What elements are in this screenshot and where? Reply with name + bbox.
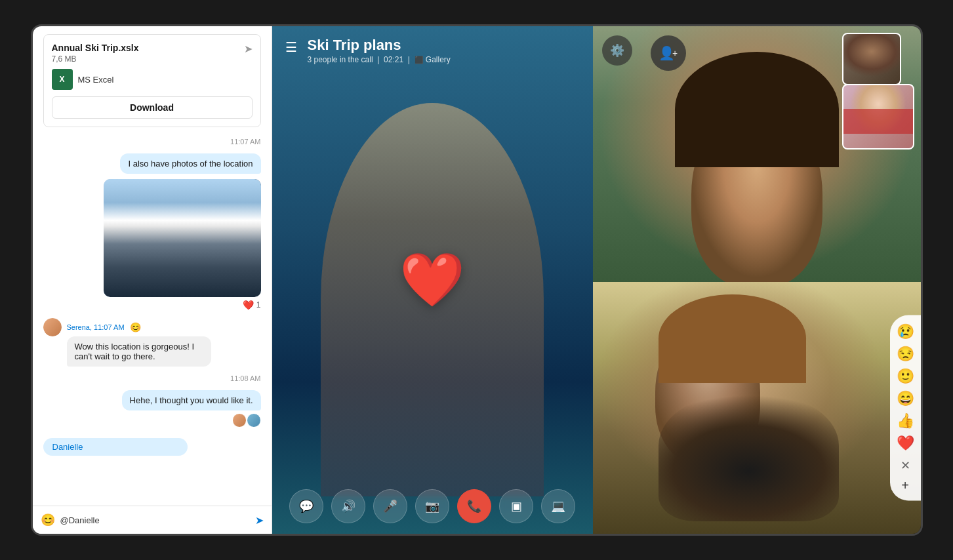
photo-message — [104, 179, 261, 297]
gallery-label: Gallery — [426, 55, 451, 64]
mountain-photo — [104, 179, 261, 297]
thumbnail-1 — [842, 33, 901, 85]
photo-message-row: ❤️ 1 — [43, 179, 261, 310]
serena-message-row: Serena, 11:07 AM 😊 Wow this location is … — [43, 315, 261, 367]
participant-top-icons: ⚙️ 👤 + — [602, 35, 686, 71]
participants-panel: ⚙️ 👤 + — [593, 26, 921, 534]
message-row: I also have photos of the location — [43, 153, 261, 174]
tag-suggestion[interactable]: Danielle — [43, 438, 188, 456]
video-call-area: ❤️ ☰ Ski Trip plans 3 people in the call… — [272, 26, 593, 534]
add-person-button[interactable]: 👤 + — [651, 35, 686, 71]
file-type-label: MS Excel — [78, 75, 114, 85]
chat-bubble-right-2: Hehe, I thought you would like it. — [122, 390, 261, 410]
participant-face-bottom — [593, 282, 921, 534]
participant-bottom: 😢 😒 🙂 😄 👍 ❤️ ✕ + — [593, 282, 921, 534]
forward-icon[interactable]: ➤ — [244, 43, 253, 55]
reaction-crying[interactable]: 😢 — [897, 323, 914, 340]
call-info: Ski Trip plans 3 people in the call | 02… — [308, 37, 451, 64]
reaction-count: 1 — [256, 300, 261, 310]
excel-icon: X — [52, 69, 73, 90]
mic-control-button[interactable]: 🎤 — [373, 489, 407, 523]
serena-avatar — [43, 318, 62, 336]
chat-control-button[interactable]: 💬 — [289, 489, 323, 523]
hamburger-icon[interactable]: ☰ — [285, 39, 297, 55]
screen-control-button[interactable]: 💻 — [541, 489, 575, 523]
message-row-2: Hehe, I thought you would like it. — [43, 390, 261, 428]
thumbnail-2 — [842, 84, 914, 150]
settings-icon[interactable]: ⚙️ — [602, 35, 632, 66]
video-control-button[interactable]: 📷 — [415, 489, 449, 523]
people-count: 3 people in the call — [308, 55, 373, 64]
reaction-add-button[interactable]: + — [897, 478, 914, 493]
speaker-control-button[interactable]: 🔊 — [331, 489, 365, 523]
reaction-smile[interactable]: 🙂 — [897, 368, 914, 385]
reaction-thumbsup[interactable]: 👍 — [897, 412, 914, 430]
emoji-input-icon[interactable]: 😊 — [41, 513, 55, 527]
send-button[interactable]: ➤ — [255, 514, 264, 527]
emoji-reaction-panel: 😢 😒 🙂 😄 👍 ❤️ ✕ + — [890, 315, 921, 501]
chat-input[interactable] — [60, 515, 250, 525]
chat-bubble-right: I also have photos of the location — [120, 153, 260, 174]
end-call-button[interactable]: 📞 — [457, 489, 491, 523]
call-title: Ski Trip plans — [308, 37, 451, 54]
participant-top: ⚙️ 👤 + — [593, 26, 921, 282]
gallery-icon: ⬛ — [415, 56, 424, 64]
call-meta: 3 people in the call | 02:21 | ⬛ Gallery — [308, 55, 451, 64]
timestamp-1107: 11:07 AM — [43, 138, 261, 146]
reaction-close-button[interactable]: ✕ — [897, 458, 914, 473]
file-name: Annual Ski Trip.xslx — [52, 43, 139, 53]
avatar-mini-1 — [232, 413, 247, 428]
avatar-mini-2 — [247, 413, 261, 428]
thumbnail-group — [842, 33, 914, 150]
reaction-unamused[interactable]: 😒 — [897, 346, 914, 363]
chat-messages: Annual Ski Trip.xslx 7,6 MB ➤ X MS Excel… — [33, 26, 272, 506]
timestamp-1108: 11:08 AM — [43, 374, 261, 382]
file-size: 7,6 MB — [52, 54, 139, 64]
chat-panel: Annual Ski Trip.xslx 7,6 MB ➤ X MS Excel… — [33, 26, 272, 534]
reaction-grin[interactable]: 😄 — [897, 390, 914, 407]
call-duration: 02:21 — [384, 55, 403, 64]
video-controls: 💬 🔊 🎤 📷 📞 ▣ 💻 — [272, 479, 593, 534]
reaction-heart-emoji[interactable]: ❤️ — [897, 435, 914, 452]
emoji-reaction-btn[interactable]: 😊 — [130, 322, 141, 332]
chat-input-area: 😊 ➤ — [33, 506, 272, 534]
file-attachment: Annual Ski Trip.xslx 7,6 MB ➤ X MS Excel… — [43, 34, 261, 127]
chat-bubble-left: Wow this location is gorgeous! I can't w… — [67, 336, 211, 367]
download-button[interactable]: Download — [52, 96, 253, 119]
heart-reaction[interactable]: ❤️ — [243, 300, 254, 310]
video-top-bar: ☰ Ski Trip plans 3 people in the call | … — [272, 26, 593, 75]
sender-name: Serena, 11:07 AM — [67, 323, 125, 331]
share-control-button[interactable]: ▣ — [499, 489, 533, 523]
heart-reaction-overlay: ❤️ — [399, 249, 465, 311]
